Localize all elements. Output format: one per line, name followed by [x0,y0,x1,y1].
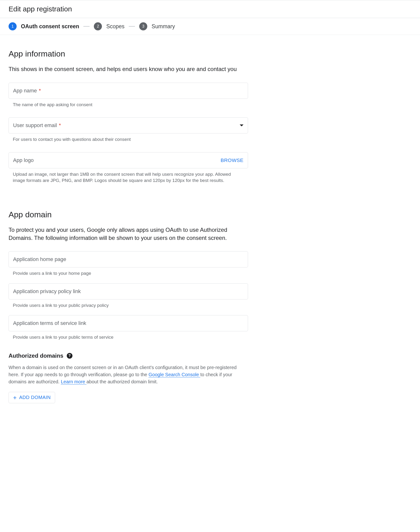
step-oauth-consent[interactable]: 1 OAuth consent screen [9,22,79,30]
stepper: 1 OAuth consent screen 2 Scopes 3 Summar… [0,18,420,35]
user-support-email-label: User support email * [13,122,61,129]
step-label-2: Scopes [106,23,124,30]
privacy-policy-link-helper: Provide users a link to your public priv… [9,302,237,309]
terms-of-service-link-field[interactable]: Application terms of service link [9,315,248,331]
app-information-heading: App information [9,49,248,59]
app-domain-desc: To protect you and your users, Google on… [9,226,246,242]
app-name-helper: The name of the app asking for consent [9,102,237,108]
chevron-down-icon [240,124,243,126]
app-name-label: App name * [13,88,41,94]
application-home-page-helper: Provide users a link to your home page [9,270,237,277]
privacy-policy-link-field[interactable]: Application privacy policy link [9,283,248,299]
app-information-desc: This shows in the consent screen, and he… [9,65,246,73]
app-domain-heading: App domain [9,210,248,219]
terms-of-service-link-label: Application terms of service link [13,320,86,326]
app-name-field[interactable]: App name * [9,83,248,99]
authorized-domains-heading: Authorized domains [9,353,63,359]
privacy-policy-link-label: Application privacy policy link [13,288,81,295]
terms-of-service-link-helper: Provide users a link to your public term… [9,334,237,340]
add-domain-label: ADD DOMAIN [19,395,51,400]
step-number-2: 2 [94,22,102,30]
step-divider [129,26,135,27]
application-home-page-label: Application home page [13,256,66,263]
step-label-3: Summary [151,23,175,30]
help-icon[interactable]: ? [67,353,73,359]
app-logo-field[interactable]: App logo BROWSE [9,152,248,168]
plus-icon: + [13,395,17,401]
step-divider [83,26,90,27]
add-domain-button[interactable]: + ADD DOMAIN [9,392,55,403]
learn-more-link[interactable]: Learn more [61,379,87,384]
user-support-email-field[interactable]: User support email * [9,117,248,133]
step-number-1: 1 [9,22,17,30]
google-search-console-link[interactable]: Google Search Console [149,372,200,377]
step-scopes[interactable]: 2 Scopes [94,22,124,30]
authorized-domains-desc: When a domain is used on the consent scr… [9,364,248,385]
app-logo-label: App logo [13,157,34,163]
app-logo-helper: Upload an image, not larger than 1MB on … [9,171,237,184]
browse-button[interactable]: BROWSE [221,158,243,163]
step-number-3: 3 [139,22,147,30]
page-title: Edit app registration [0,0,420,18]
step-label-1: OAuth consent screen [21,23,79,30]
application-home-page-field[interactable]: Application home page [9,251,248,267]
main-content: App information This shows in the consen… [0,35,256,413]
step-summary[interactable]: 3 Summary [139,22,175,30]
user-support-email-helper: For users to contact you with questions … [9,136,237,143]
